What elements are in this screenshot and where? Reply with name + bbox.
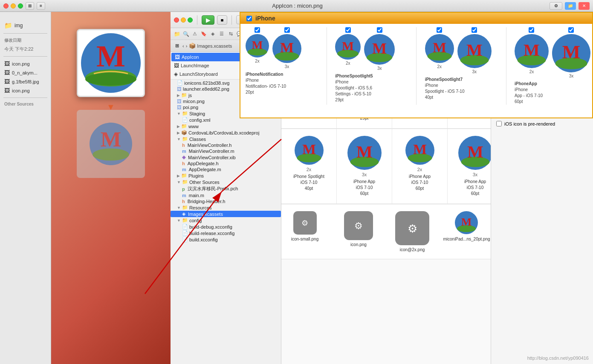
tree-item-plugins[interactable]: ▶ 📁 Plugins xyxy=(171,172,281,179)
nav-list-btn[interactable]: ☰ xyxy=(218,31,226,37)
tree-item-mainvc-m[interactable]: m MainViewController.m xyxy=(171,148,281,154)
icon-s2-3x-b[interactable]: M 3x iPhone AppiOS 7-1060pt xyxy=(448,129,491,203)
tree-item-prefix-pch[interactable]: p 汉滨水库移民-Prefix.pch xyxy=(171,185,281,192)
tree-item-mainvc-h[interactable]: h MainViewController.h xyxy=(171,142,281,148)
stop-button[interactable]: ■ xyxy=(217,15,227,25)
finder-item-micon[interactable]: 🖼 0_n_akym... xyxy=(0,68,51,77)
prerendered-checkbox[interactable] xyxy=(496,121,502,126)
spotlight5-group-title: iPhoneSpootlight5 xyxy=(335,73,373,79)
icon-2x-png[interactable]: ⚙ icon@2x.png xyxy=(389,208,436,255)
nav-arrows-btn[interactable]: ⇆ xyxy=(227,31,234,37)
finder-item-jpg[interactable]: 🖼 g.1fbe5f8.jpg xyxy=(0,77,51,86)
iphone-group-spotlight7: M 2x M 3x iPhoneSpo xyxy=(425,27,498,105)
nav-grid-btn[interactable]: ⊞ xyxy=(173,43,181,49)
app-icons-row: M 2x M 3x xyxy=(515,27,590,78)
tree-item-release-xcconfig[interactable]: 📄 build-release.xcconfig xyxy=(171,230,281,236)
appicon-label: AppIcon xyxy=(182,54,199,60)
app-3x-cb[interactable] xyxy=(568,27,574,33)
xcode-minimize[interactable] xyxy=(181,17,186,23)
tree-item-images-xcassets[interactable]: ◈ Images.xcassets xyxy=(171,211,281,217)
other-sources-arrow: ▼ xyxy=(177,180,181,184)
nav-forward-btn[interactable]: › xyxy=(186,43,188,49)
app-2x-cb[interactable] xyxy=(529,27,534,33)
mainvc-xib-icon: ◈ xyxy=(182,155,185,160)
file-icon4: 🖼 xyxy=(4,87,10,94)
svg-text:M: M xyxy=(280,40,294,55)
s2-2x-label: iPhone SpotlightiOS 7-1040pt xyxy=(293,174,324,192)
other-sources-icon: 📁 xyxy=(182,179,188,185)
close-tab-button[interactable]: ✕ xyxy=(579,2,590,10)
settings-button[interactable]: ⚙ xyxy=(550,2,562,10)
nav-warning-btn[interactable]: ⚠ xyxy=(191,31,199,37)
xcode-maximize[interactable] xyxy=(188,17,193,23)
nav-search-btn[interactable]: 🔍 xyxy=(182,31,190,37)
appdelegate-m-icon: m xyxy=(182,167,186,172)
xcode-traffic-lights xyxy=(174,17,193,23)
tree-item-www[interactable]: ▶ 📁 www xyxy=(171,123,281,129)
svg-text:M: M xyxy=(467,142,483,161)
tree-item-build-xcconfig[interactable]: 📄 build.xcconfig xyxy=(171,236,281,243)
icon-png[interactable]: ⚙ icon.png xyxy=(335,208,382,255)
xcode-close[interactable] xyxy=(174,17,179,23)
notification-2x-cb[interactable] xyxy=(255,27,260,33)
cordova-label: CordovaLib/CordovaLib.xcodeproj xyxy=(188,130,259,135)
icon-s2-2x-b[interactable]: M 2x iPhone AppiOS 7-1060pt xyxy=(392,129,448,203)
minimize-button[interactable] xyxy=(11,3,16,9)
icon-s2-2x[interactable]: M 2x iPhone SpotlightiOS 7-1040pt xyxy=(281,129,337,203)
tree-item-mainvc-xib[interactable]: ◈ MainViewController.xib xyxy=(171,154,281,161)
app-3x-icon-b: M xyxy=(552,34,590,72)
tree-item-appdelegate-m[interactable]: m AppDelegate.m xyxy=(171,166,281,172)
js-label: js xyxy=(188,93,192,98)
icon-micon-ipad[interactable]: M miconiPad...ns_20pt.png xyxy=(443,208,491,255)
svg-text:M: M xyxy=(252,38,263,52)
app-3x-cell-b: M 3x xyxy=(552,27,590,78)
finder-tab-button[interactable]: 📁 xyxy=(565,2,576,10)
xcassets-label: Images.xcassets xyxy=(188,212,223,217)
tree-item-bridging-h[interactable]: h Bridging-Header.h xyxy=(171,198,281,204)
other-sources-label: Other Sources xyxy=(0,100,51,108)
nav-bookmark-btn[interactable]: 🔖 xyxy=(200,31,208,37)
tree-item-other-sources[interactable]: ▼ 📁 Other Sources xyxy=(171,179,281,185)
tree-item-cordova[interactable]: ▶ 📦 CordovaLib/CordovaLib.xcodeproj xyxy=(171,129,281,136)
svg-text:M: M xyxy=(562,41,580,63)
icon-small[interactable]: ⚙ icon-small.png xyxy=(281,208,328,255)
finder-item-icon2[interactable]: 🖼 icon.png xyxy=(0,86,51,95)
tree-item-resources[interactable]: ▼ 📁 Resources xyxy=(171,204,281,211)
svg-text:M: M xyxy=(342,39,354,53)
view-toggle-list[interactable]: ≡ xyxy=(37,2,45,10)
finder-item-icon[interactable]: 🖼 icon.png xyxy=(0,59,51,68)
nav-folder-btn[interactable]: 📁 xyxy=(173,31,181,37)
spotlight7-group-label: iPhoneSpootlight7 iPhoneSpootlight - iOS… xyxy=(425,77,465,100)
finder-item-img[interactable]: 📁 img xyxy=(0,20,51,31)
spotlight5-2x-cb[interactable] xyxy=(345,27,351,33)
mainvc-h-label: MainViewController.h xyxy=(188,143,232,148)
close-button[interactable] xyxy=(3,3,9,9)
spotlight7-icons-row: M 2x M 3x xyxy=(425,27,492,74)
spotlight7-2x-cb[interactable] xyxy=(437,27,442,33)
tree-item-classes[interactable]: ▼ 📁 Classes xyxy=(171,136,281,142)
view-toggle-grid[interactable]: ⊞ xyxy=(26,2,34,10)
macos-menubar: ⊞ ≡ AppIcon : micon.png ⚙ 📁 ✕ xyxy=(0,0,593,12)
s2-3x-label: iPhone AppiOS 7-1060pt xyxy=(353,179,375,197)
micon-label: micon.png xyxy=(183,99,205,104)
tree-item-config[interactable]: ▼ 📁 config xyxy=(171,217,281,224)
iphone-checkbox[interactable] xyxy=(246,16,252,21)
tree-item-appdelegate-h[interactable]: h AppDelegate.h xyxy=(171,161,281,166)
icon-s2-3x[interactable]: M 3x iPhone AppiOS 7-1060pt xyxy=(337,129,392,203)
notification-group-subtitle: iPhoneNotification- iOS 7-1020pt xyxy=(246,77,286,95)
nav-breakpoint-btn[interactable]: ◈ xyxy=(209,31,217,37)
nav-back-btn[interactable]: ‹ xyxy=(182,43,184,49)
launchstoryboard-icon: ◈ xyxy=(174,71,178,77)
spotlight7-3x-cb[interactable] xyxy=(472,27,477,33)
svg-text:M: M xyxy=(302,141,315,157)
notification-3x-cb[interactable] xyxy=(284,27,290,33)
svg-text:⚙: ⚙ xyxy=(408,222,417,235)
plugins-arrow: ▶ xyxy=(177,174,180,178)
maximize-button[interactable] xyxy=(18,3,23,9)
svg-text:M: M xyxy=(433,40,446,55)
tree-item-debug-xcconfig[interactable]: 📄 build-debug.xcconfig xyxy=(171,224,281,230)
run-button[interactable]: ▶ xyxy=(202,15,214,25)
tree-item-main-m[interactable]: m main.m xyxy=(171,192,281,198)
notification-3x-cell: M 3x xyxy=(272,27,301,69)
spotlight5-3x-cb[interactable] xyxy=(377,27,382,33)
